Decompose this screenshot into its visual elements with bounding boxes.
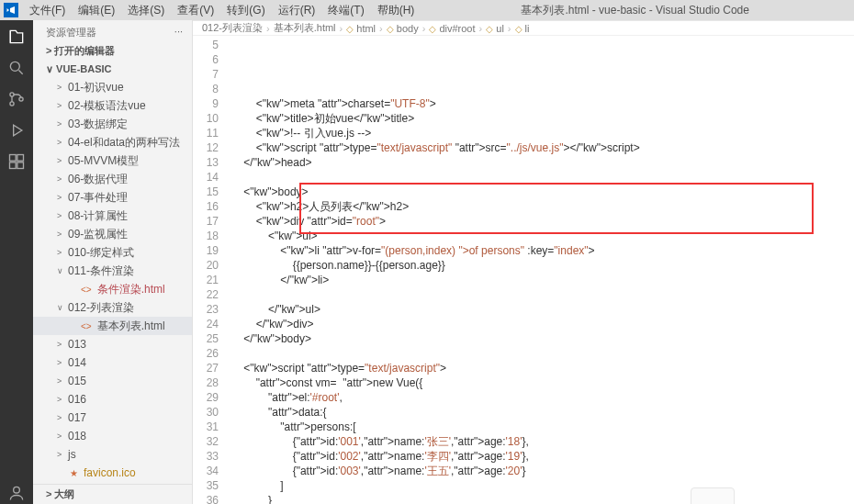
folder-item[interactable]: >01-初识vue: [33, 78, 192, 96]
folder-item[interactable]: >05-MVVM模型: [33, 151, 192, 170]
open-editors-section[interactable]: > 打开的编辑器: [33, 41, 192, 61]
folder-item[interactable]: >013: [33, 335, 192, 353]
line-gutter: 5678910111213141516171819202122232425262…: [193, 36, 226, 504]
folder-item[interactable]: >016: [33, 390, 192, 409]
activity-bar: [0, 20, 33, 504]
svg-rect-6: [10, 162, 17, 169]
menu-view[interactable]: 查看(V): [172, 1, 219, 20]
menu-go[interactable]: 转到(G): [221, 1, 270, 20]
folder-item[interactable]: >04-el和data的两种写法: [33, 133, 192, 151]
debug-icon[interactable]: [6, 119, 28, 141]
folder-item[interactable]: >03-数据绑定: [33, 115, 192, 133]
menu-help[interactable]: 帮助(H): [372, 1, 421, 20]
svg-rect-5: [17, 155, 24, 162]
file-item[interactable]: ★favicon.ico: [33, 464, 192, 482]
menu-terminal[interactable]: 终端(T): [322, 1, 369, 20]
account-icon[interactable]: [6, 482, 28, 504]
code-body[interactable]: <"kw">meta "attr">charset="UTF-8"> <"kw"…: [226, 36, 854, 504]
folder-item[interactable]: >06-数据代理: [33, 170, 192, 188]
file-tree: >01-初识vue>02-模板语法vue>03-数据绑定>04-el和data的…: [33, 78, 192, 484]
svg-point-2: [10, 102, 14, 106]
search-icon[interactable]: [6, 57, 28, 79]
svg-point-0: [10, 62, 19, 71]
explorer-icon[interactable]: [6, 26, 28, 48]
menu-edit[interactable]: 编辑(E): [73, 1, 120, 20]
source-control-icon[interactable]: [6, 88, 28, 110]
titlebar: 文件(F) 编辑(E) 选择(S) 查看(V) 转到(G) 运行(R) 终端(T…: [0, 0, 854, 20]
extensions-icon[interactable]: [6, 151, 28, 173]
vscode-icon: [4, 3, 18, 17]
editor-group: <>天气案例 (深度监视) .html<>天气案例(监视属性-简写).html<…: [193, 20, 854, 504]
file-item[interactable]: <>基本列表.html: [33, 317, 192, 335]
menu-bar: 文件(F) 编辑(E) 选择(S) 查看(V) 转到(G) 运行(R) 终端(T…: [24, 1, 420, 20]
sidebar: 资源管理器 ··· > 打开的编辑器 ∨ VUE-BASIC >01-初识vue…: [33, 20, 193, 504]
menu-select[interactable]: 选择(S): [122, 1, 170, 20]
file-item[interactable]: <>条件渲染.html: [33, 280, 192, 298]
folder-item[interactable]: >010-绑定样式: [33, 243, 192, 262]
sidebar-title: 资源管理器: [46, 26, 96, 39]
sidebar-more-icon[interactable]: ···: [174, 26, 183, 39]
workspace-root[interactable]: ∨ VUE-BASIC: [33, 61, 192, 78]
breadcrumb[interactable]: 012-列表渲染›基本列表.html›◇ html›◇ body›◇ div#r…: [193, 21, 854, 36]
folder-item[interactable]: ∨011-条件渲染: [33, 262, 192, 280]
outline-section[interactable]: > 大纲: [33, 484, 192, 504]
svg-point-8: [14, 487, 20, 493]
folder-item[interactable]: >02-模板语法vue: [33, 96, 192, 115]
folder-item[interactable]: >07-事件处理: [33, 188, 192, 207]
window-title: 基本列表.html - vue-basic - Visual Studio Co…: [420, 3, 850, 18]
svg-point-1: [10, 93, 14, 96]
folder-item[interactable]: >09-监视属性: [33, 225, 192, 243]
folder-item[interactable]: >017: [33, 409, 192, 427]
folder-item[interactable]: >js: [33, 445, 192, 464]
svg-rect-7: [17, 162, 24, 169]
folder-item[interactable]: >014: [33, 353, 192, 372]
code-editor[interactable]: 5678910111213141516171819202122232425262…: [193, 36, 854, 504]
folder-item[interactable]: >015: [33, 372, 192, 390]
menu-file[interactable]: 文件(F): [24, 1, 71, 20]
folder-item[interactable]: >08-计算属性: [33, 207, 192, 225]
folder-item[interactable]: ∨012-列表渲染: [33, 298, 192, 317]
svg-rect-4: [10, 155, 17, 162]
ime-indicator: ABC: [691, 487, 735, 504]
menu-run[interactable]: 运行(R): [273, 1, 321, 20]
folder-item[interactable]: >018: [33, 427, 192, 445]
